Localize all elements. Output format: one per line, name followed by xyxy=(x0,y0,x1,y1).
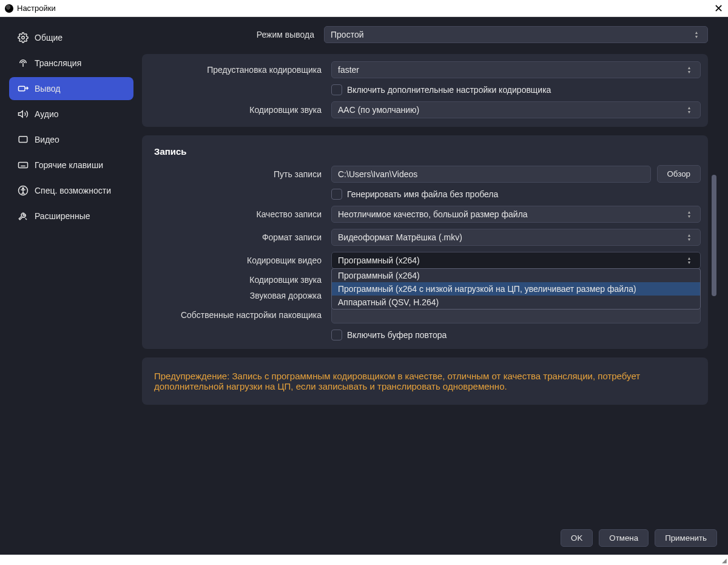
sidebar-item-general[interactable]: Общие xyxy=(9,26,133,49)
replay-buffer-checkbox[interactable] xyxy=(331,330,342,340)
audio-encoder-label: Кодировщик звука xyxy=(149,105,325,115)
sidebar-item-label: Видео xyxy=(35,135,59,144)
recording-video-encoder-select[interactable]: Программный (x264) ▲▼ Программный (x264)… xyxy=(331,252,701,269)
spinner-icon: ▲▼ xyxy=(684,257,694,265)
resize-grip-icon[interactable]: ◢ xyxy=(722,557,727,564)
apply-button[interactable]: Применить xyxy=(655,529,717,547)
encoder-preset-select[interactable]: faster ▲▼ xyxy=(331,61,701,78)
spinner-icon: ▲▼ xyxy=(692,31,701,39)
sidebar: Общие Трансляция Вывод Аудио Видео xyxy=(9,26,133,512)
sidebar-item-audio[interactable]: Аудио xyxy=(9,103,133,126)
encoder-preset-label: Предустановка кодировщика xyxy=(149,65,325,75)
svg-rect-3 xyxy=(19,137,27,143)
output-mode-select[interactable]: Простой ▲▼ xyxy=(324,26,708,43)
sidebar-item-label: Трансляция xyxy=(35,58,81,68)
sidebar-item-advanced[interactable]: Расширенные xyxy=(9,205,133,228)
no-space-filename-label: Генерировать имя файла без пробела xyxy=(347,189,498,199)
audio-encoder-select[interactable]: AAC (по умолчанию) ▲▼ xyxy=(331,101,701,118)
spinner-icon: ▲▼ xyxy=(684,106,694,114)
dropdown-item[interactable]: Программный (x264 с низкой нагрузкой на … xyxy=(332,282,700,296)
titlebar: Настройки ✕ xyxy=(0,0,728,17)
sidebar-item-label: Вывод xyxy=(35,84,60,93)
recording-section-title: Запись xyxy=(154,146,701,157)
recording-path-input[interactable]: C:\Users\Ivan\Videos xyxy=(331,166,651,183)
warning-panel: Предупреждение: Запись с программным код… xyxy=(142,357,708,405)
close-icon[interactable]: ✕ xyxy=(714,2,723,15)
footer: OK Отмена Применить xyxy=(0,521,728,555)
antenna-icon xyxy=(18,58,29,69)
obs-icon xyxy=(5,4,13,13)
recording-quality-label: Качество записи xyxy=(149,209,325,219)
warning-text: Предупреждение: Запись с программным код… xyxy=(154,371,640,391)
main-content: Режим вывода Простой ▲▼ Предустановка ко… xyxy=(142,26,719,512)
sidebar-item-label: Горячие клавиши xyxy=(35,160,103,170)
enable-advanced-encoder-label: Включить дополнительные настройки кодиро… xyxy=(347,85,551,95)
replay-buffer-label: Включить буфер повтора xyxy=(347,330,447,340)
recording-panel: Запись Путь записи C:\Users\Ivan\Videos … xyxy=(142,135,708,349)
no-space-filename-checkbox[interactable] xyxy=(331,189,342,200)
sidebar-item-stream[interactable]: Трансляция xyxy=(9,52,133,75)
spinner-icon: ▲▼ xyxy=(684,66,694,74)
sidebar-item-output[interactable]: Вывод xyxy=(9,77,133,100)
scrollbar[interactable] xyxy=(712,175,716,296)
keyboard-icon xyxy=(18,160,29,171)
dropdown-item[interactable]: Программный (x264) xyxy=(332,269,700,282)
svg-rect-4 xyxy=(19,163,28,168)
recording-video-encoder-label: Кодировщик видео xyxy=(149,255,325,265)
dropdown-item[interactable]: Аппаратный (QSV, H.264) xyxy=(332,296,700,309)
output-icon xyxy=(18,83,29,94)
audio-track-label: Звуковая дорожка xyxy=(149,291,325,300)
recording-quality-select[interactable]: Неотличимое качество, большой размер фай… xyxy=(331,206,701,223)
tools-icon xyxy=(18,211,29,222)
monitor-icon xyxy=(18,134,29,145)
recording-format-select[interactable]: Видеоформат Матрёшка (.mkv) ▲▼ xyxy=(331,229,701,246)
recording-audio-encoder-label: Кодировщик звука xyxy=(149,275,325,285)
sidebar-item-label: Расширенные xyxy=(35,211,90,221)
output-mode-label: Режим вывода xyxy=(142,30,318,39)
spinner-icon: ▲▼ xyxy=(684,211,694,218)
sidebar-item-hotkeys[interactable]: Горячие клавиши xyxy=(9,154,133,177)
speaker-icon xyxy=(18,109,29,120)
accessibility-icon xyxy=(18,185,29,196)
svg-rect-1 xyxy=(19,86,25,91)
svg-point-0 xyxy=(22,36,25,39)
gear-icon xyxy=(18,32,29,43)
sidebar-item-label: Общие xyxy=(35,33,62,42)
cancel-button[interactable]: Отмена xyxy=(599,529,649,547)
sidebar-item-label: Аудио xyxy=(35,109,59,119)
recording-format-label: Формат записи xyxy=(149,232,325,242)
enable-advanced-encoder-checkbox[interactable] xyxy=(331,84,342,95)
browse-button[interactable]: Обзор xyxy=(657,165,701,183)
muxer-settings-label: Собственные настройки паковщика xyxy=(149,310,325,320)
window-title: Настройки xyxy=(17,4,56,13)
ok-button[interactable]: OK xyxy=(561,529,593,547)
video-encoder-dropdown: Программный (x264) Программный (x264 с н… xyxy=(331,268,701,310)
svg-marker-2 xyxy=(19,111,23,118)
spinner-icon: ▲▼ xyxy=(684,234,694,242)
sidebar-item-video[interactable]: Видео xyxy=(9,128,133,151)
svg-point-6 xyxy=(22,188,24,189)
sidebar-item-label: Спец. возможности xyxy=(35,186,111,195)
sidebar-item-accessibility[interactable]: Спец. возможности xyxy=(9,179,133,202)
recording-path-label: Путь записи xyxy=(149,169,325,179)
streaming-panel: Предустановка кодировщика faster ▲▼ Вклю… xyxy=(142,54,708,127)
